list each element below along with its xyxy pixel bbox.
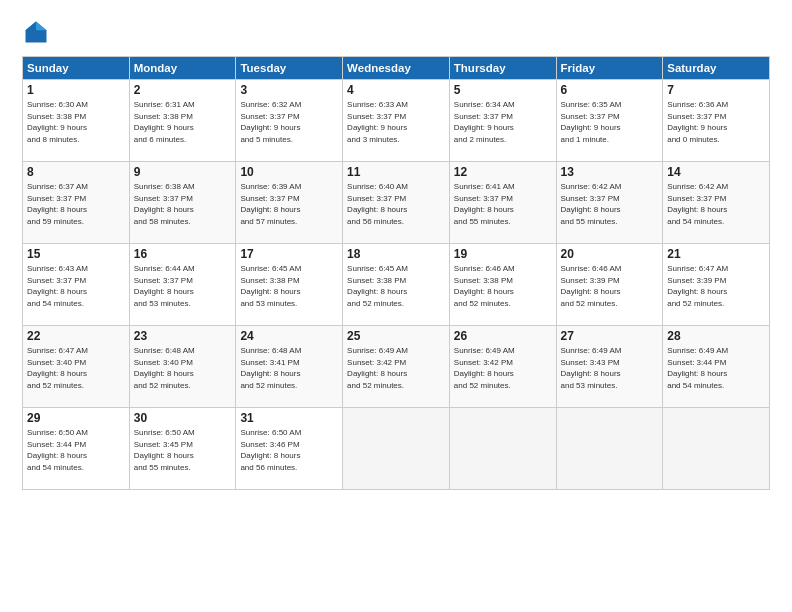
day-number: 21 bbox=[667, 247, 765, 261]
day-number: 22 bbox=[27, 329, 125, 343]
calendar-cell: 5Sunrise: 6:34 AM Sunset: 3:37 PM Daylig… bbox=[449, 80, 556, 162]
calendar-cell: 16Sunrise: 6:44 AM Sunset: 3:37 PM Dayli… bbox=[129, 244, 236, 326]
day-info: Sunrise: 6:49 AM Sunset: 3:43 PM Dayligh… bbox=[561, 345, 659, 391]
day-info: Sunrise: 6:42 AM Sunset: 3:37 PM Dayligh… bbox=[667, 181, 765, 227]
svg-marker-1 bbox=[36, 22, 47, 31]
day-info: Sunrise: 6:40 AM Sunset: 3:37 PM Dayligh… bbox=[347, 181, 445, 227]
calendar-table: SundayMondayTuesdayWednesdayThursdayFrid… bbox=[22, 56, 770, 490]
day-info: Sunrise: 6:48 AM Sunset: 3:41 PM Dayligh… bbox=[240, 345, 338, 391]
col-header-monday: Monday bbox=[129, 57, 236, 80]
day-number: 14 bbox=[667, 165, 765, 179]
day-info: Sunrise: 6:49 AM Sunset: 3:44 PM Dayligh… bbox=[667, 345, 765, 391]
calendar-cell: 3Sunrise: 6:32 AM Sunset: 3:37 PM Daylig… bbox=[236, 80, 343, 162]
col-header-friday: Friday bbox=[556, 57, 663, 80]
day-info: Sunrise: 6:47 AM Sunset: 3:39 PM Dayligh… bbox=[667, 263, 765, 309]
day-info: Sunrise: 6:33 AM Sunset: 3:37 PM Dayligh… bbox=[347, 99, 445, 145]
day-number: 11 bbox=[347, 165, 445, 179]
day-info: Sunrise: 6:37 AM Sunset: 3:37 PM Dayligh… bbox=[27, 181, 125, 227]
calendar-cell: 10Sunrise: 6:39 AM Sunset: 3:37 PM Dayli… bbox=[236, 162, 343, 244]
calendar-cell: 4Sunrise: 6:33 AM Sunset: 3:37 PM Daylig… bbox=[343, 80, 450, 162]
day-number: 7 bbox=[667, 83, 765, 97]
day-info: Sunrise: 6:35 AM Sunset: 3:37 PM Dayligh… bbox=[561, 99, 659, 145]
calendar-week-row: 29Sunrise: 6:50 AM Sunset: 3:44 PM Dayli… bbox=[23, 408, 770, 490]
day-number: 17 bbox=[240, 247, 338, 261]
calendar-cell: 22Sunrise: 6:47 AM Sunset: 3:40 PM Dayli… bbox=[23, 326, 130, 408]
day-info: Sunrise: 6:36 AM Sunset: 3:37 PM Dayligh… bbox=[667, 99, 765, 145]
svg-marker-2 bbox=[26, 22, 37, 31]
day-info: Sunrise: 6:42 AM Sunset: 3:37 PM Dayligh… bbox=[561, 181, 659, 227]
calendar-cell: 13Sunrise: 6:42 AM Sunset: 3:37 PM Dayli… bbox=[556, 162, 663, 244]
day-info: Sunrise: 6:45 AM Sunset: 3:38 PM Dayligh… bbox=[240, 263, 338, 309]
day-number: 9 bbox=[134, 165, 232, 179]
calendar-cell: 1Sunrise: 6:30 AM Sunset: 3:38 PM Daylig… bbox=[23, 80, 130, 162]
day-number: 15 bbox=[27, 247, 125, 261]
day-info: Sunrise: 6:30 AM Sunset: 3:38 PM Dayligh… bbox=[27, 99, 125, 145]
day-number: 6 bbox=[561, 83, 659, 97]
calendar-cell bbox=[449, 408, 556, 490]
day-info: Sunrise: 6:31 AM Sunset: 3:38 PM Dayligh… bbox=[134, 99, 232, 145]
calendar-cell: 2Sunrise: 6:31 AM Sunset: 3:38 PM Daylig… bbox=[129, 80, 236, 162]
calendar-cell: 26Sunrise: 6:49 AM Sunset: 3:42 PM Dayli… bbox=[449, 326, 556, 408]
col-header-saturday: Saturday bbox=[663, 57, 770, 80]
calendar-cell: 12Sunrise: 6:41 AM Sunset: 3:37 PM Dayli… bbox=[449, 162, 556, 244]
day-number: 19 bbox=[454, 247, 552, 261]
day-info: Sunrise: 6:44 AM Sunset: 3:37 PM Dayligh… bbox=[134, 263, 232, 309]
calendar-cell: 31Sunrise: 6:50 AM Sunset: 3:46 PM Dayli… bbox=[236, 408, 343, 490]
day-info: Sunrise: 6:50 AM Sunset: 3:45 PM Dayligh… bbox=[134, 427, 232, 473]
calendar-week-row: 8Sunrise: 6:37 AM Sunset: 3:37 PM Daylig… bbox=[23, 162, 770, 244]
calendar-header-row: SundayMondayTuesdayWednesdayThursdayFrid… bbox=[23, 57, 770, 80]
day-number: 26 bbox=[454, 329, 552, 343]
calendar-cell: 9Sunrise: 6:38 AM Sunset: 3:37 PM Daylig… bbox=[129, 162, 236, 244]
logo bbox=[22, 18, 56, 46]
calendar-cell: 17Sunrise: 6:45 AM Sunset: 3:38 PM Dayli… bbox=[236, 244, 343, 326]
calendar-body: 1Sunrise: 6:30 AM Sunset: 3:38 PM Daylig… bbox=[23, 80, 770, 490]
day-info: Sunrise: 6:43 AM Sunset: 3:37 PM Dayligh… bbox=[27, 263, 125, 309]
day-info: Sunrise: 6:34 AM Sunset: 3:37 PM Dayligh… bbox=[454, 99, 552, 145]
day-number: 1 bbox=[27, 83, 125, 97]
calendar-cell: 6Sunrise: 6:35 AM Sunset: 3:37 PM Daylig… bbox=[556, 80, 663, 162]
day-number: 20 bbox=[561, 247, 659, 261]
day-number: 29 bbox=[27, 411, 125, 425]
day-number: 2 bbox=[134, 83, 232, 97]
day-number: 31 bbox=[240, 411, 338, 425]
calendar-cell bbox=[556, 408, 663, 490]
calendar-cell: 8Sunrise: 6:37 AM Sunset: 3:37 PM Daylig… bbox=[23, 162, 130, 244]
day-number: 12 bbox=[454, 165, 552, 179]
calendar-week-row: 15Sunrise: 6:43 AM Sunset: 3:37 PM Dayli… bbox=[23, 244, 770, 326]
logo-icon bbox=[22, 18, 50, 46]
col-header-thursday: Thursday bbox=[449, 57, 556, 80]
calendar-cell: 14Sunrise: 6:42 AM Sunset: 3:37 PM Dayli… bbox=[663, 162, 770, 244]
calendar-cell: 25Sunrise: 6:49 AM Sunset: 3:42 PM Dayli… bbox=[343, 326, 450, 408]
day-info: Sunrise: 6:49 AM Sunset: 3:42 PM Dayligh… bbox=[454, 345, 552, 391]
calendar-cell: 24Sunrise: 6:48 AM Sunset: 3:41 PM Dayli… bbox=[236, 326, 343, 408]
col-header-tuesday: Tuesday bbox=[236, 57, 343, 80]
day-number: 23 bbox=[134, 329, 232, 343]
day-info: Sunrise: 6:39 AM Sunset: 3:37 PM Dayligh… bbox=[240, 181, 338, 227]
day-info: Sunrise: 6:46 AM Sunset: 3:39 PM Dayligh… bbox=[561, 263, 659, 309]
calendar-cell: 7Sunrise: 6:36 AM Sunset: 3:37 PM Daylig… bbox=[663, 80, 770, 162]
calendar-cell: 30Sunrise: 6:50 AM Sunset: 3:45 PM Dayli… bbox=[129, 408, 236, 490]
day-info: Sunrise: 6:50 AM Sunset: 3:44 PM Dayligh… bbox=[27, 427, 125, 473]
day-number: 8 bbox=[27, 165, 125, 179]
day-info: Sunrise: 6:41 AM Sunset: 3:37 PM Dayligh… bbox=[454, 181, 552, 227]
col-header-wednesday: Wednesday bbox=[343, 57, 450, 80]
calendar-cell: 11Sunrise: 6:40 AM Sunset: 3:37 PM Dayli… bbox=[343, 162, 450, 244]
day-number: 10 bbox=[240, 165, 338, 179]
calendar-cell: 21Sunrise: 6:47 AM Sunset: 3:39 PM Dayli… bbox=[663, 244, 770, 326]
calendar-cell: 29Sunrise: 6:50 AM Sunset: 3:44 PM Dayli… bbox=[23, 408, 130, 490]
calendar-week-row: 22Sunrise: 6:47 AM Sunset: 3:40 PM Dayli… bbox=[23, 326, 770, 408]
day-number: 24 bbox=[240, 329, 338, 343]
calendar-cell: 20Sunrise: 6:46 AM Sunset: 3:39 PM Dayli… bbox=[556, 244, 663, 326]
day-info: Sunrise: 6:47 AM Sunset: 3:40 PM Dayligh… bbox=[27, 345, 125, 391]
day-info: Sunrise: 6:32 AM Sunset: 3:37 PM Dayligh… bbox=[240, 99, 338, 145]
calendar-cell: 28Sunrise: 6:49 AM Sunset: 3:44 PM Dayli… bbox=[663, 326, 770, 408]
day-info: Sunrise: 6:38 AM Sunset: 3:37 PM Dayligh… bbox=[134, 181, 232, 227]
day-number: 16 bbox=[134, 247, 232, 261]
calendar-cell bbox=[663, 408, 770, 490]
day-info: Sunrise: 6:46 AM Sunset: 3:38 PM Dayligh… bbox=[454, 263, 552, 309]
day-info: Sunrise: 6:48 AM Sunset: 3:40 PM Dayligh… bbox=[134, 345, 232, 391]
calendar-week-row: 1Sunrise: 6:30 AM Sunset: 3:38 PM Daylig… bbox=[23, 80, 770, 162]
day-number: 18 bbox=[347, 247, 445, 261]
calendar-cell: 27Sunrise: 6:49 AM Sunset: 3:43 PM Dayli… bbox=[556, 326, 663, 408]
calendar-cell: 18Sunrise: 6:45 AM Sunset: 3:38 PM Dayli… bbox=[343, 244, 450, 326]
